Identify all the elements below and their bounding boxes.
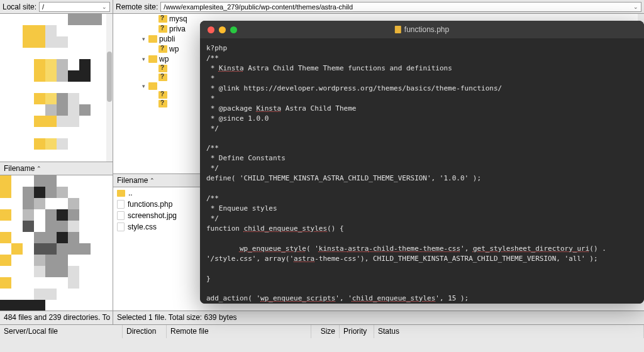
col-size[interactable]: Size [311, 325, 340, 338]
folder-icon [148, 82, 157, 90]
traffic-lights [208, 26, 237, 33]
local-site-section: Local site: / ⌄ [0, 0, 113, 13]
chevron-down-icon: ⌄ [633, 4, 638, 10]
folder-icon [117, 190, 125, 197]
editor-window[interactable]: functions.php k?php/** * Kinsta Astra Ch… [200, 21, 644, 304]
remote-site-dropdown[interactable]: /www/examplesitea_279/public/wp-content/… [160, 2, 641, 12]
editor-code[interactable]: k?php/** * Kinsta Astra Child Theme Them… [200, 38, 644, 304]
local-file-list[interactable] [0, 175, 113, 311]
top-bar: Local site: / ⌄ Remote site: /www/exampl… [0, 0, 644, 14]
folder-question-icon [158, 74, 167, 81]
folder-question-icon [158, 91, 167, 99]
sort-arrow-icon: ⌃ [36, 165, 42, 172]
sort-arrow-icon: ⌃ [150, 177, 155, 184]
local-panel: Filename ⌃ [0, 14, 113, 311]
folder-icon [148, 35, 157, 43]
file-name: functions.php [128, 200, 172, 209]
remote-site-value: /www/examplesitea_279/public/wp-content/… [164, 3, 353, 11]
tree-item-label: wp [169, 45, 179, 53]
file-name: style.css [128, 223, 157, 231]
file-icon [117, 200, 125, 209]
file-icon [117, 223, 125, 231]
chevron-down-icon: ⌄ [102, 4, 107, 10]
col-priority[interactable]: Priority [340, 325, 374, 338]
parent-dir-label: .. [128, 189, 133, 197]
close-button[interactable] [208, 26, 214, 33]
transfer-queue-header: Server/Local file Direction Remote file … [0, 324, 644, 338]
filename-label: Filename [117, 176, 148, 185]
local-site-dropdown[interactable]: / ⌄ [39, 2, 110, 12]
pixelated-local-files [0, 175, 113, 311]
folder-icon [148, 55, 157, 63]
folder-question-icon [158, 25, 167, 33]
remote-site-section: Remote site: /www/examplesitea_279/publi… [113, 0, 644, 13]
tree-item-label: priva [169, 25, 186, 33]
folder-question-icon [158, 15, 167, 23]
editor-filename: functions.php [404, 25, 449, 34]
maximize-button[interactable] [230, 26, 237, 33]
document-icon [395, 26, 401, 33]
pixelated-local-tree [0, 14, 113, 162]
folder-question-icon [158, 65, 167, 72]
tree-item-label: publi [159, 35, 175, 43]
filename-label: Filename [4, 164, 35, 173]
scrollbar-thumb[interactable] [107, 52, 112, 102]
local-tree[interactable] [0, 14, 113, 162]
tree-item-label: wp [159, 55, 169, 63]
file-name: screenshot.jpg [128, 211, 177, 220]
editor-title: functions.php [395, 25, 449, 34]
remote-status: Selected 1 file. Total size: 639 bytes [113, 311, 644, 324]
minimize-button[interactable] [219, 26, 226, 33]
tree-toggle-icon[interactable]: ▾ [140, 36, 147, 42]
tree-item-label: mysq [169, 14, 187, 23]
col-direction[interactable]: Direction [123, 325, 167, 338]
file-icon [117, 211, 125, 220]
local-filename-header[interactable]: Filename ⌃ [0, 162, 113, 175]
remote-site-label: Remote site: [116, 3, 158, 11]
col-server[interactable]: Server/Local file [0, 325, 123, 338]
editor-titlebar[interactable]: functions.php [200, 21, 644, 38]
tree-toggle-icon[interactable]: ▾ [140, 83, 147, 89]
scrollbar[interactable] [106, 14, 113, 162]
tree-toggle-icon[interactable]: ▾ [140, 56, 147, 62]
folder-question-icon [158, 45, 167, 53]
folder-question-icon [158, 100, 167, 107]
status-bar: 484 files and 239 directories. To Select… [0, 311, 644, 324]
col-status[interactable]: Status [374, 325, 644, 338]
local-status: 484 files and 239 directories. To [0, 311, 113, 324]
local-site-value: / [42, 3, 44, 11]
col-remote[interactable]: Remote file [167, 325, 311, 338]
local-site-label: Local site: [3, 3, 36, 11]
